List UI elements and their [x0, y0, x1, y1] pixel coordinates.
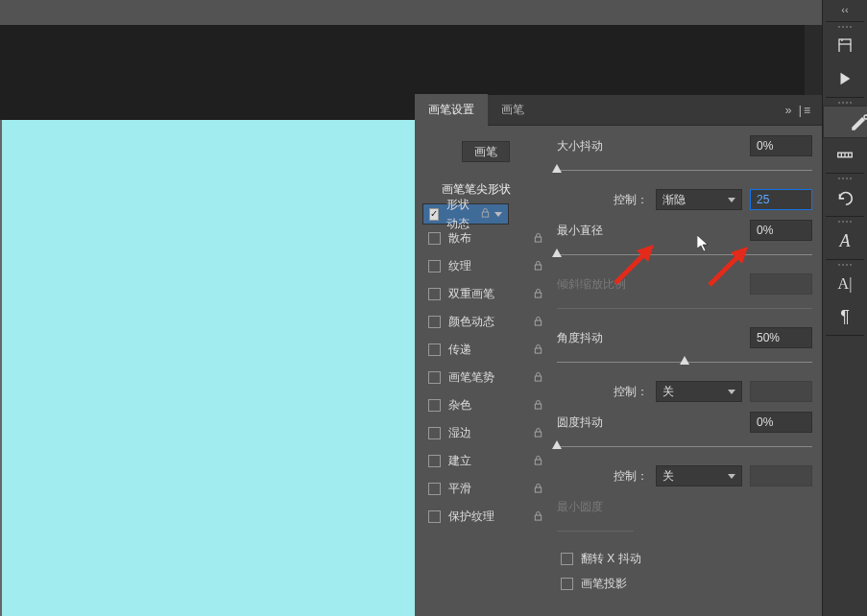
- option-checkbox[interactable]: [428, 344, 441, 356]
- lock-icon[interactable]: [530, 455, 545, 468]
- history-icon[interactable]: [823, 30, 867, 62]
- svg-rect-10: [535, 487, 541, 492]
- option-checkbox[interactable]: [428, 371, 441, 384]
- option-checkbox[interactable]: [428, 399, 441, 412]
- lock-icon[interactable]: [530, 483, 545, 496]
- svg-rect-9: [535, 460, 541, 464]
- option-label: 画笔笔势: [448, 369, 494, 386]
- svg-rect-12: [839, 39, 851, 44]
- option-11[interactable]: 保护纹理: [422, 503, 549, 531]
- lock-icon[interactable]: [530, 427, 545, 440]
- lock-icon[interactable]: [530, 288, 545, 301]
- option-checkbox[interactable]: [428, 427, 441, 439]
- option-label: 保护纹理: [448, 509, 494, 525]
- cursor-icon: [697, 235, 710, 256]
- option-0[interactable]: ✓形状动态: [422, 203, 509, 225]
- brush-preset-button[interactable]: 画笔: [462, 141, 510, 162]
- control3-label: 控制：: [614, 468, 648, 485]
- option-label: 双重画笔: [448, 286, 494, 302]
- projection-checkbox[interactable]: [561, 578, 573, 590]
- brush-tip-shape[interactable]: 画笔笔尖形状: [422, 176, 549, 203]
- min-diameter-slider[interactable]: [557, 249, 812, 262]
- svg-rect-1: [535, 237, 541, 242]
- option-checkbox[interactable]: [428, 232, 441, 245]
- option-checkbox[interactable]: [428, 510, 441, 523]
- character-icon[interactable]: A: [823, 225, 867, 257]
- control1-select[interactable]: 渐隐: [656, 189, 742, 210]
- lock-icon[interactable]: [530, 316, 545, 329]
- min-roundness-label: 最小圆度: [557, 499, 812, 515]
- control2-select[interactable]: 关: [656, 381, 742, 402]
- option-label: 杂色: [448, 397, 471, 414]
- option-checkbox[interactable]: [428, 260, 441, 272]
- min-diameter-value[interactable]: 0%: [750, 220, 812, 241]
- angle-jitter-label: 角度抖动: [557, 330, 750, 346]
- angle-jitter-slider[interactable]: [557, 356, 812, 369]
- paragraph-icon[interactable]: ¶: [823, 300, 867, 333]
- option-10[interactable]: 平滑: [422, 475, 549, 503]
- option-checkbox[interactable]: [428, 316, 441, 328]
- brush-settings-panel: 画笔设置 画笔 » |≡ 画笔 画笔笔尖形状 ✓形状动态散布纹理双重画笔颜色动态…: [415, 95, 822, 616]
- option-label: 湿边: [448, 425, 471, 441]
- svg-rect-11: [535, 515, 541, 520]
- option-4[interactable]: 颜色动态: [422, 308, 549, 336]
- svg-rect-7: [535, 404, 541, 409]
- option-3[interactable]: 双重画笔: [422, 280, 549, 308]
- panel-menu-icon[interactable]: » |≡: [776, 104, 822, 117]
- control3-select[interactable]: 关: [656, 465, 742, 486]
- swatches-icon[interactable]: [823, 138, 867, 171]
- roundness-jitter-label: 圆度抖动: [557, 415, 750, 431]
- angle-jitter-value[interactable]: 50%: [750, 327, 812, 348]
- flipx-checkbox[interactable]: [561, 553, 573, 565]
- play-icon[interactable]: [823, 62, 867, 95]
- roundness-jitter-slider[interactable]: [557, 440, 812, 454]
- option-label: 形状动态: [446, 195, 480, 233]
- undo-icon[interactable]: [823, 181, 867, 214]
- lock-icon[interactable]: [530, 344, 545, 357]
- option-label: 平滑: [448, 481, 471, 497]
- flipx-label: 翻转 X 抖动: [581, 551, 641, 567]
- control1-value[interactable]: 25: [750, 189, 812, 210]
- projection-label: 画笔投影: [581, 576, 627, 592]
- svg-rect-2: [535, 265, 541, 270]
- tab-brush[interactable]: 画笔: [488, 94, 538, 126]
- lock-icon[interactable]: [530, 232, 545, 246]
- control3-value: [750, 465, 812, 486]
- option-8[interactable]: 湿边: [422, 419, 549, 447]
- canvas-area[interactable]: [0, 120, 415, 616]
- option-checkbox[interactable]: ✓: [429, 208, 439, 221]
- tilt-scale-value: [750, 273, 812, 295]
- lock-icon[interactable]: [530, 510, 545, 524]
- paragraph-a-icon[interactable]: A|: [823, 268, 867, 300]
- option-label: 颜色动态: [448, 314, 494, 330]
- option-7[interactable]: 杂色: [422, 391, 549, 419]
- control2-value: [750, 381, 812, 402]
- svg-rect-3: [535, 293, 541, 297]
- option-label: 建立: [448, 453, 471, 469]
- svg-rect-6: [535, 376, 541, 381]
- lock-icon[interactable]: [530, 371, 545, 385]
- size-jitter-value[interactable]: 0%: [750, 135, 812, 156]
- option-label: 传递: [448, 342, 471, 358]
- lock-icon[interactable]: [530, 399, 545, 413]
- lock-icon[interactable]: [480, 204, 492, 224]
- option-2[interactable]: 纹理: [422, 252, 549, 280]
- svg-rect-5: [535, 348, 541, 353]
- svg-rect-4: [535, 320, 541, 325]
- option-1[interactable]: 散布: [422, 225, 549, 252]
- lock-icon[interactable]: [530, 260, 545, 273]
- option-label: 纹理: [448, 258, 471, 274]
- option-6[interactable]: 画笔笔势: [422, 364, 549, 391]
- tab-brush-settings[interactable]: 画笔设置: [415, 94, 488, 126]
- option-9[interactable]: 建立: [422, 447, 549, 475]
- brush-panel-icon[interactable]: [823, 106, 867, 138]
- option-5[interactable]: 传递: [422, 336, 549, 364]
- tilt-scale-label: 倾斜缩放比例: [557, 276, 750, 293]
- collapse-icon[interactable]: ‹‹: [823, 0, 867, 19]
- svg-rect-8: [535, 432, 541, 437]
- option-checkbox[interactable]: [428, 483, 441, 495]
- option-checkbox[interactable]: [428, 455, 441, 467]
- roundness-jitter-value[interactable]: 0%: [750, 412, 812, 433]
- size-jitter-slider[interactable]: [557, 164, 812, 178]
- option-checkbox[interactable]: [428, 288, 441, 300]
